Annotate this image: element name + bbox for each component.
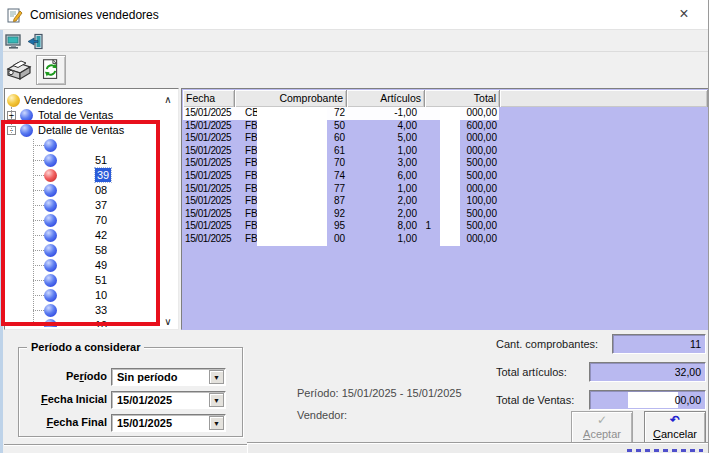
vendor-ball-icon [44, 199, 57, 212]
column-header-fecha[interactable]: Fecha [183, 90, 235, 107]
vendor-ball-icon [44, 259, 57, 272]
cell-comprobante-prefix: FB [245, 233, 258, 246]
vendor-item-label: 42 [95, 228, 107, 242]
redaction-box-field [628, 392, 678, 408]
cell-articulos: 1,00 [333, 183, 417, 196]
printer-icon[interactable] [4, 55, 34, 85]
cell-comprobante-prefix: FB [245, 195, 258, 208]
monitor-icon[interactable] [5, 33, 22, 50]
vendor-ball-icon [44, 304, 57, 317]
total-label: Total de Ventas: [496, 394, 574, 406]
accept-button-label: Aceptar [572, 428, 632, 442]
total-value: 32,00 [675, 363, 701, 381]
redaction-box-total [440, 107, 460, 246]
window-title: Comisiones vendedores [30, 0, 159, 30]
cell-articulos: -1,00 [333, 107, 417, 120]
cell-total: 500,00 [423, 170, 497, 183]
column-header-articulos[interactable]: Artículos [347, 90, 425, 107]
cell-comprobante-prefix: FB [245, 145, 258, 158]
tree-connector [33, 175, 44, 176]
cell-articulos: 5,00 [333, 132, 417, 145]
tree-connector [33, 280, 44, 281]
total-label: Cant. comprobantes: [496, 338, 598, 350]
tree-connector [33, 160, 44, 161]
cell-total: 100,00 [423, 195, 497, 208]
scroll-down-icon[interactable]: ∨ [161, 315, 175, 327]
cell-comprobante-prefix: FB [245, 220, 258, 233]
tree-connector [33, 220, 44, 221]
cell-articulos: 3,00 [333, 157, 417, 170]
vendors-tree-panel: Vendedores + Total de Ventas - Detalle d… [4, 88, 179, 330]
exit-door-icon[interactable] [27, 33, 44, 50]
tree-node[interactable]: - Detalle de Ventas [7, 123, 176, 138]
tree-connector [33, 139, 34, 327]
refresh-report-icon[interactable] [36, 55, 66, 85]
grid-header: Fecha Comprobante Artículos Total [183, 90, 708, 107]
tree-root-label: Vendedores [24, 93, 83, 108]
vendor-item-label: 49 [95, 258, 107, 272]
cell-articulos: 1,00 [333, 145, 417, 158]
vendor-root-ball-icon [7, 94, 20, 107]
total-field: 32,00 [589, 362, 706, 382]
vendor-item-label: 70 [95, 213, 107, 227]
undo-arrow-icon: ↶ [645, 412, 705, 428]
title-bar: Comisiones vendedores × [0, 0, 708, 30]
cell-articulos: 4,00 [333, 120, 417, 133]
cell-articulos: 2,00 [333, 208, 417, 221]
cell-articulos: 2,00 [333, 195, 417, 208]
vendor-item-label: 33 [95, 303, 107, 317]
vendor-item-label: 37 [95, 198, 107, 212]
vendor-ball-icon [44, 214, 57, 227]
commissions-dialog: Comisiones vendedores × Vendedores + [0, 0, 709, 453]
cell-comprobante-prefix: FB [245, 157, 258, 170]
tree-level1-nodes: + Total de Ventas - Detalle de Ventas [7, 108, 176, 138]
total-row: Total artículos: 32,00 [0, 362, 709, 382]
vendor-ball-icon [44, 139, 57, 152]
tree-connector [33, 205, 44, 206]
tree-connector [33, 235, 44, 236]
tree-connector [33, 145, 44, 146]
dropdown-arrow-icon[interactable]: ▼ [209, 416, 224, 430]
total-row: Cant. comprobantes: 11 [0, 334, 709, 354]
total-field: 11 [612, 334, 706, 354]
cell-articulos: 6,00 [333, 170, 417, 183]
tree-connector [33, 190, 44, 191]
tree-connector [33, 295, 44, 296]
vendor-item-label: 08 [95, 183, 107, 197]
tree-node[interactable]: + Total de Ventas [7, 108, 176, 123]
cell-total: 600,00 [423, 120, 497, 133]
cell-fecha: 15/01/2025 [185, 120, 233, 133]
column-header-total[interactable]: Total [425, 90, 500, 107]
total-value: 11 [690, 335, 701, 353]
tree-connector [33, 325, 44, 326]
cell-total: 000,00 [423, 145, 497, 158]
column-header-comprobante[interactable]: Comprobante [235, 90, 347, 107]
cell-fecha: 15/01/2025 [185, 220, 233, 233]
tree-node-label: Total de Ventas [38, 108, 113, 123]
cell-fecha: 15/01/2025 [185, 233, 233, 246]
cell-comprobante-prefix: FB [245, 183, 258, 196]
cell-total: 000,00 [423, 183, 497, 196]
cell-total: 500,00 [423, 220, 497, 233]
vendor-ball-icon [44, 184, 57, 197]
sales-grid-panel: Fecha Comprobante Artículos Total 15/01/… [181, 88, 709, 330]
bottom-etched-line [4, 444, 247, 446]
cell-comprobante-prefix: FB [245, 132, 258, 145]
cell-fecha: 15/01/2025 [185, 132, 233, 145]
tree-connector [33, 250, 44, 251]
cell-comprobante-prefix: FB [245, 120, 258, 133]
scroll-up-icon[interactable]: ∧ [161, 93, 175, 107]
cell-articulos: 1,00 [333, 233, 417, 246]
totals-section: Cant. comprobantes: 11 Total artículos: … [0, 334, 709, 418]
cell-total: 000,00 [423, 132, 497, 145]
close-icon[interactable]: × [664, 0, 704, 30]
vendor-item-label: 58 [95, 243, 107, 257]
tree-root-vendedores[interactable]: Vendedores [7, 93, 176, 108]
vendor-ball-icon [44, 169, 57, 182]
tree-connector [33, 310, 44, 311]
cancel-button-label: Cancelar [645, 428, 705, 442]
total-row: Total de Ventas: 00,00 [0, 390, 709, 410]
cell-fecha: 15/01/2025 [185, 183, 233, 196]
vendor-item-label: 51 [95, 153, 107, 167]
vendor-item-label: 10 [95, 318, 107, 327]
